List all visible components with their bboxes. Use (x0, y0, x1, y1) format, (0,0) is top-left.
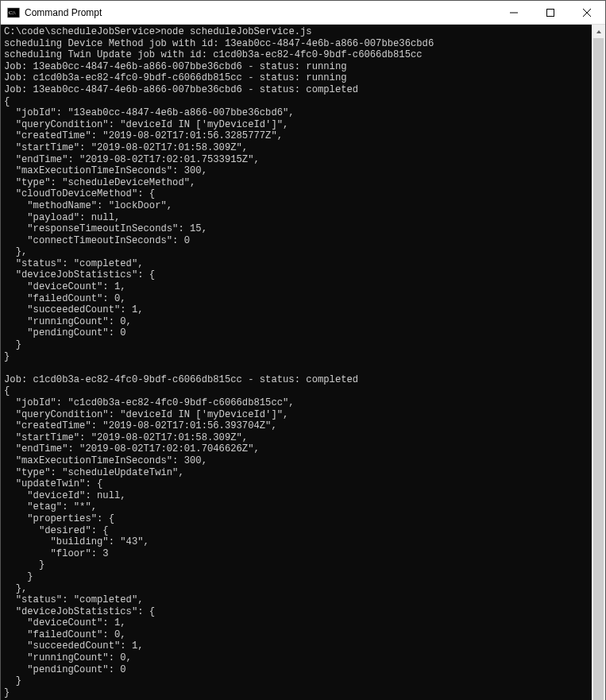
command-text: node scheduleJobService.js (160, 26, 311, 37)
scroll-thumb[interactable] (593, 38, 604, 700)
client-area: C:\code\scheduleJobService>node schedule… (1, 25, 605, 700)
scroll-up-button[interactable] (592, 25, 605, 38)
cmd-icon: C:\ (7, 6, 20, 19)
output-line: scheduling Device Method job with id: 13… (4, 38, 434, 49)
vertical-scrollbar[interactable] (592, 25, 605, 700)
svg-marker-6 (596, 30, 601, 33)
minimize-button[interactable] (496, 1, 532, 25)
svg-text:C:\: C:\ (9, 10, 16, 16)
job2-header-line: Job: c1cd0b3a-ec82-4fc0-9bdf-c6066db815c… (4, 374, 358, 385)
console-output[interactable]: C:\code\scheduleJobService>node schedule… (1, 25, 592, 700)
scroll-track[interactable] (592, 38, 605, 700)
job1-json-block: { "jobId": "13eab0cc-4847-4e6b-a866-007b… (4, 96, 295, 362)
output-line: Job: 13eab0cc-4847-4e6b-a866-007bbe36cbd… (4, 84, 358, 95)
prompt-path: C:\code\scheduleJobService> (4, 26, 160, 37)
close-button[interactable] (569, 1, 605, 25)
svg-rect-3 (547, 9, 554, 16)
titlebar[interactable]: C:\ Command Prompt (1, 1, 605, 25)
maximize-button[interactable] (532, 1, 569, 25)
window-title: Command Prompt (25, 7, 102, 18)
window-frame: C:\ Command Prompt C:\code\scheduleJobSe… (0, 0, 606, 700)
output-line: scheduling Twin Update job with id: c1cd… (4, 49, 423, 60)
prompt-line: C:\code\scheduleJobService>node schedule… (4, 26, 312, 37)
job2-json-block: { "jobId": "c1cd0b3a-ec82-4fc0-9bdf-c606… (4, 385, 295, 698)
output-line: Job: 13eab0cc-4847-4e6b-a866-007bbe36cbd… (4, 61, 347, 72)
output-line: Job: c1cd0b3a-ec82-4fc0-9bdf-c6066db815c… (4, 72, 347, 83)
